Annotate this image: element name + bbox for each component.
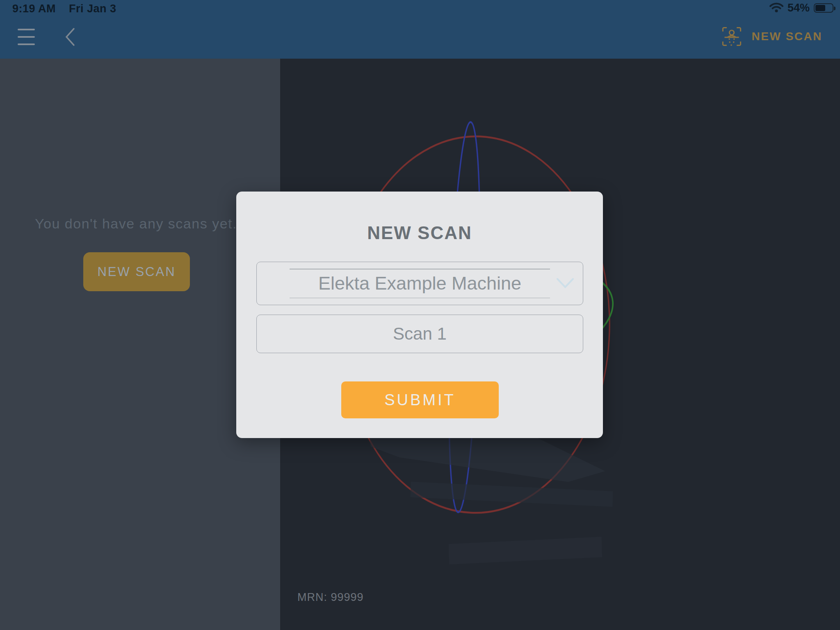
- reflection-band-2: [449, 537, 602, 565]
- status-right: 54%: [769, 2, 833, 14]
- reflection-band: [411, 482, 613, 507]
- status-left: 9:19 AMFri Jan 3: [12, 2, 116, 15]
- header-bar: 9:19 AMFri Jan 3 54%: [0, 0, 840, 59]
- nav-new-scan-label: NEW SCAN: [752, 30, 822, 43]
- mrn-label: MRN: 99999: [297, 591, 364, 604]
- machine-select-value: Elekta Example Machine: [257, 262, 583, 305]
- status-bar: 9:19 AMFri Jan 3 54%: [0, 0, 840, 16]
- battery-percent: 54%: [788, 2, 810, 14]
- nav-new-scan-button[interactable]: NEW SCAN: [721, 25, 822, 48]
- new-scan-modal: NEW SCAN Elekta Example Machine SUBMIT: [236, 192, 603, 438]
- back-button[interactable]: [62, 25, 80, 48]
- status-date: Fri Jan 3: [69, 2, 116, 15]
- nav-bar: NEW SCAN: [0, 16, 840, 59]
- scan-name-input[interactable]: [256, 315, 583, 353]
- machine-select[interactable]: Elekta Example Machine: [256, 262, 583, 305]
- empty-state-message: You don't have any scans yet.: [35, 216, 237, 232]
- chevron-down-icon[interactable]: [556, 277, 575, 289]
- submit-button[interactable]: SUBMIT: [341, 381, 499, 418]
- chevron-left-icon: [62, 25, 80, 48]
- status-time: 9:19 AM: [12, 2, 56, 15]
- wifi-icon: [769, 2, 783, 14]
- sidebar-new-scan-button[interactable]: NEW SCAN: [83, 252, 190, 291]
- scan-person-icon: [721, 25, 743, 48]
- battery-icon: [814, 3, 833, 13]
- modal-title: NEW SCAN: [236, 223, 603, 243]
- menu-icon[interactable]: [18, 29, 35, 45]
